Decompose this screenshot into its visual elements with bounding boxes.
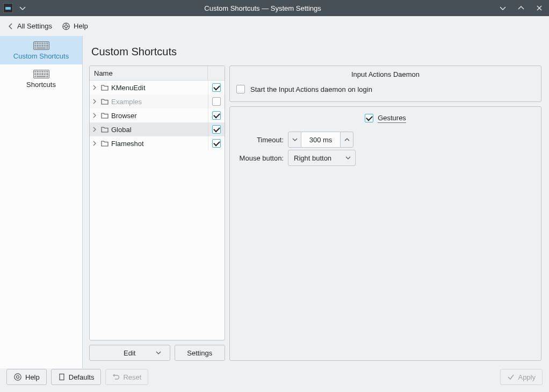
tree-row[interactable]: Flameshot [90, 136, 225, 150]
undo-icon [112, 373, 120, 381]
start-daemon-label[interactable]: Start the Input Actions daemon on login [250, 85, 372, 93]
gestures-checkbox[interactable] [365, 114, 373, 122]
defaults-label: Defaults [69, 373, 95, 381]
settings-button[interactable]: Settings [175, 345, 226, 361]
chevron-left-icon [8, 23, 14, 30]
tree-header: Name [90, 66, 225, 81]
sidebar-item-label: Shortcuts [26, 81, 56, 89]
tree-row-checkbox[interactable] [212, 97, 221, 106]
titlebar: Custom Shortcuts — System Settings [0, 0, 549, 16]
defaults-button[interactable]: Defaults [51, 369, 102, 385]
chevron-down-icon [156, 350, 161, 355]
folder-icon [99, 98, 110, 105]
help-button[interactable]: Help [6, 369, 47, 385]
page-heading: Custom Shortcuts [89, 43, 541, 60]
edit-button[interactable]: Edit [89, 345, 170, 361]
window-title: Custom Shortcuts — System Settings [28, 4, 497, 12]
tree-row[interactable]: Global [90, 122, 225, 136]
toolbar-help-label: Help [74, 22, 88, 30]
footer: Help Defaults Reset Apply [0, 368, 549, 392]
daemon-group: Input Actions Daemon Start the Input Act… [229, 66, 541, 102]
all-settings-label: All Settings [17, 22, 52, 30]
tree-row-label: Examples [110, 98, 208, 106]
gestures-label[interactable]: Gestures [378, 114, 406, 123]
apply-label: Apply [518, 373, 536, 381]
svg-point-1 [65, 25, 68, 27]
folder-icon [99, 140, 110, 147]
apply-button: Apply [500, 369, 543, 385]
timeout-value[interactable]: 300 ms [301, 132, 340, 148]
reset-label: Reset [123, 373, 141, 381]
reset-button: Reset [105, 369, 148, 385]
app-icon [3, 3, 13, 13]
timeout-spinner[interactable]: 300 ms [288, 132, 353, 148]
timeout-label: Timeout: [234, 136, 284, 144]
expand-icon[interactable] [90, 141, 99, 146]
keyboard-icon [33, 41, 49, 50]
folder-icon [99, 84, 110, 91]
tree-row-label: Global [110, 126, 208, 134]
expand-icon[interactable] [90, 127, 99, 132]
keyboard-icon [33, 70, 49, 78]
mouse-button-combo[interactable]: Right button [288, 150, 356, 166]
help-ring-icon [13, 373, 22, 381]
tree-row-label: KMenuEdit [110, 84, 208, 92]
chevron-up-icon [344, 137, 350, 142]
folder-icon [99, 112, 110, 119]
svg-point-2 [15, 374, 21, 380]
shortcut-tree[interactable]: Name KMenuEditExamplesBrowserGlobalFlame… [89, 66, 225, 340]
timeout-increase[interactable] [340, 132, 353, 148]
sidebar-item-label: Custom Shortcuts [13, 52, 69, 60]
tree-row-checkbox[interactable] [212, 125, 221, 134]
chevron-down-icon [345, 155, 351, 161]
check-icon [507, 373, 515, 381]
daemon-group-title: Input Actions Daemon [230, 66, 541, 82]
sidebar-item-custom-shortcuts[interactable]: Custom Shortcuts [0, 36, 82, 64]
tree-row-checkbox[interactable] [212, 139, 221, 148]
tree-row[interactable]: Browser [90, 108, 225, 122]
start-daemon-checkbox[interactable] [236, 85, 245, 93]
all-settings-button[interactable]: All Settings [8, 22, 52, 30]
expand-icon[interactable] [90, 113, 99, 118]
sidebar: Custom Shortcuts Shortcuts [0, 36, 83, 368]
edit-label: Edit [124, 349, 135, 357]
tree-header-name[interactable]: Name [90, 66, 208, 80]
expand-icon[interactable] [90, 85, 99, 90]
sidebar-item-shortcuts[interactable]: Shortcuts [0, 64, 82, 93]
minimize-button[interactable] [497, 3, 508, 13]
gestures-group: Gestures Timeout: 300 ms [229, 106, 541, 361]
help-ring-icon [62, 22, 70, 31]
tree-row-label: Flameshot [110, 140, 208, 148]
toolbar-help-button[interactable]: Help [62, 22, 88, 31]
tree-row-checkbox[interactable] [212, 83, 221, 92]
close-button[interactable] [534, 3, 545, 13]
settings-label: Settings [187, 349, 212, 357]
tree-header-check [208, 66, 225, 80]
folder-icon [99, 126, 110, 133]
timeout-decrease[interactable] [288, 132, 301, 148]
tree-row-label: Browser [110, 112, 208, 120]
chevron-down-icon [292, 137, 298, 142]
mouse-button-value: Right button [294, 154, 331, 162]
document-icon [58, 373, 66, 381]
tree-row[interactable]: KMenuEdit [90, 81, 225, 95]
toolbar: All Settings Help [0, 16, 549, 36]
tree-row-checkbox[interactable] [212, 111, 221, 120]
mouse-button-label: Mouse button: [234, 154, 284, 162]
svg-rect-4 [60, 374, 64, 380]
help-label: Help [25, 373, 40, 381]
maximize-button[interactable] [516, 3, 526, 13]
svg-point-3 [17, 376, 19, 379]
expand-icon[interactable] [90, 99, 99, 104]
pin-icon[interactable] [17, 3, 28, 13]
tree-row[interactable]: Examples [90, 95, 225, 108]
